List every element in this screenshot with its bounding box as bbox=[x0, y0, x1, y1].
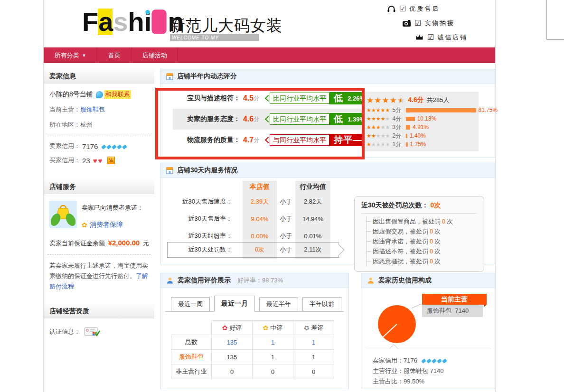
col-header-neutral: 中评 bbox=[253, 320, 293, 335]
row-header-total: 总数 bbox=[171, 335, 212, 350]
field-label: 所在地区： bbox=[49, 121, 80, 129]
contact-me-link[interactable]: 和我联系 bbox=[104, 90, 131, 99]
mini-stars: ★★★★★ bbox=[367, 133, 390, 139]
dist-pct: 81.75% bbox=[479, 107, 498, 113]
tab-last-week[interactable]: 最近一周 bbox=[171, 297, 210, 311]
deposit-unit: 元 bbox=[143, 240, 149, 247]
compare-badge: 比同行业平均水平 低2.26% bbox=[266, 92, 369, 104]
compare-word: 低 bbox=[334, 92, 343, 104]
cell-total-bad[interactable]: 1 bbox=[293, 335, 334, 350]
row-header-category: 服饰鞋包 bbox=[171, 350, 212, 364]
consumer-guarantee-link[interactable]: 消费者保障 bbox=[90, 221, 123, 229]
welcome-banner: WELCOME TO MY SHOPPING...... bbox=[170, 34, 259, 41]
seller-credit-value: 7176 bbox=[82, 142, 98, 150]
id-card-icon[interactable] bbox=[84, 326, 100, 337]
service-label: 近30天售后速度： bbox=[160, 197, 243, 206]
neutral-flower-icon bbox=[263, 324, 269, 332]
nav-home[interactable]: 首页 bbox=[97, 47, 132, 63]
cell-other-neutral: 0 bbox=[253, 364, 293, 379]
review-tabbar: 最近一周 最近一月 最近半年 半年以前 bbox=[165, 296, 344, 312]
diamond-icon bbox=[101, 143, 105, 150]
compare-text: 比同行业平均水平 bbox=[270, 113, 329, 125]
tab-half-year[interactable]: 最近半年 bbox=[259, 297, 298, 311]
col-header-bad: 差评 bbox=[293, 320, 334, 335]
store-rating-page: Fashion 新范儿大码女装 WELCOME TO MY SHOPPING..… bbox=[0, 0, 564, 392]
dsr-row-service: 卖家的服务态度： 4.6 分 比同行业平均水平 低1.39% bbox=[173, 109, 369, 130]
punish-total: 0次 bbox=[431, 201, 441, 209]
diamond-icon bbox=[421, 357, 426, 364]
diamond-icon bbox=[437, 357, 442, 364]
dist-label: 5分 bbox=[392, 106, 404, 114]
review-table: 好评 中评 差评 总数 135 1 1 服饰鞋包 135 1 1 非主营行业 0… bbox=[171, 320, 348, 379]
dist-pct: 1.40% bbox=[410, 132, 426, 139]
main-category-row: 当前主营： 服饰鞋包 bbox=[44, 105, 154, 114]
tab-before-half-year[interactable]: 半年以前 bbox=[302, 297, 341, 311]
dist-pct: 1.75% bbox=[410, 141, 426, 148]
mini-stars: ★★★★★ bbox=[367, 141, 390, 148]
industry-line: 主营行业：服饰鞋包 7140 bbox=[373, 366, 447, 376]
cell-cat-bad: 1 bbox=[293, 350, 334, 364]
panel-title: 店铺半年内动态评分 bbox=[177, 72, 237, 81]
compare-text: 比同行业平均水平 bbox=[270, 93, 329, 104]
panel-title: 店铺30天内服务情况 bbox=[177, 166, 238, 175]
dsr-panel: 店铺半年内动态评分 宝贝与描述相符： 4.5 分 比同行业平均水平 低2.26%… bbox=[160, 69, 495, 158]
dist-row-3: ★★★★★ 3分 4.91% bbox=[367, 123, 474, 131]
shop-name-row: 小陈的8号当铺 和我联系 bbox=[44, 90, 154, 99]
diamond-icon bbox=[122, 143, 126, 150]
cell-total-good[interactable]: 135 bbox=[212, 335, 253, 350]
dist-label: 1分 bbox=[392, 140, 404, 149]
dsr-score: 4.7 bbox=[243, 136, 254, 144]
dsr-unit: 分 bbox=[254, 94, 259, 103]
service-label: 近30天售后率： bbox=[160, 215, 243, 223]
tab-last-month[interactable]: 最近一月 bbox=[214, 296, 255, 312]
mini-stars: ★★★★★ bbox=[367, 107, 390, 113]
dsr-row-logistics: 物流服务的质量： 4.7 分 与同行业平均水平 持平— bbox=[173, 130, 369, 150]
service-promise-block: 卖家已向消费者承诺： 消费者保障 bbox=[44, 194, 154, 229]
credit-history-panel: 卖家历史信用构成 当前主营 服饰鞋包 7140 卖家信用：7176 主营行业：服… bbox=[361, 273, 495, 389]
mini-stars: ★★★★★ bbox=[367, 124, 390, 131]
nav-label: 首页 bbox=[108, 51, 121, 60]
industry-value: 2.11次 bbox=[295, 245, 330, 254]
nav-activity[interactable]: 店铺活动 bbox=[132, 47, 178, 63]
compare-text: 与同行业平均水平 bbox=[270, 134, 329, 146]
section-title: 卖家信息 bbox=[44, 69, 154, 84]
dsr-row-description: 宝贝与描述相符： 4.5 分 比同行业平均水平 低2.26% bbox=[173, 88, 369, 109]
field-label: 当前主营： bbox=[49, 105, 80, 114]
cell-total-neutral[interactable]: 1 bbox=[253, 335, 293, 350]
dsr-label: 宝贝与描述相符： bbox=[173, 94, 240, 103]
region-row: 所在地区： 杭州 bbox=[44, 121, 154, 129]
col-header-industry: 行业均值 bbox=[295, 183, 330, 191]
dsr-unit: 分 bbox=[254, 115, 259, 123]
punish-item: 因描述不符，被处罚0次 bbox=[367, 246, 477, 256]
section-title: 店铺经营资质 bbox=[44, 304, 154, 318]
checkbox-icon bbox=[399, 4, 406, 13]
shop-icon bbox=[166, 73, 173, 80]
dist-bar bbox=[406, 117, 414, 121]
popup-fragment bbox=[546, 0, 564, 40]
service-row: 近30天售后速度： 2.39天 小于 2.82天 bbox=[160, 196, 365, 207]
dsr-rows: 宝贝与描述相符： 4.5 分 比同行业平均水平 低2.26% 卖家的服务态度： … bbox=[173, 88, 369, 150]
callout-connector bbox=[412, 303, 423, 308]
nav-all-categories[interactable]: 所有分类 ▼ bbox=[44, 47, 97, 63]
credit-line: 卖家信用：7176 bbox=[373, 355, 447, 366]
dist-pct: 4.91% bbox=[413, 124, 429, 131]
service-row-punish: 近30天处罚数： 0次 小于 2.11次 bbox=[160, 244, 365, 255]
diamond-icon bbox=[106, 143, 111, 150]
relation: 小于 bbox=[277, 215, 295, 223]
deposit-row: 卖家当前保证金余额 ¥2,000.00 元 bbox=[49, 239, 154, 248]
dist-label: 2分 bbox=[392, 132, 404, 140]
divider bbox=[365, 349, 491, 349]
diamond-icon bbox=[116, 143, 121, 150]
avg-score: 4.6分 bbox=[408, 96, 423, 104]
punish-item: 因违背承诺，被处罚0次 bbox=[367, 236, 477, 246]
deposit-amount: ¥2,000.00 bbox=[108, 239, 140, 247]
big-stars: ★★★★★ bbox=[367, 95, 405, 105]
main-category-link[interactable]: 服饰鞋包 bbox=[80, 105, 105, 114]
row-header-other: 非主营行业 bbox=[171, 364, 212, 379]
col-header-shop: 本店值 bbox=[243, 183, 277, 191]
rating-summary-box: ★★★★★ 4.6分 共285人 ★★★★★ 5分 81.75% ★★★★★ 4… bbox=[362, 92, 479, 151]
wangwang-icon[interactable] bbox=[96, 91, 103, 98]
col-header-good: 好评 bbox=[212, 320, 253, 335]
buyer-credit-row: 买家信用： 23 ½ bbox=[44, 156, 154, 172]
dist-row-5: ★★★★★ 5分 81.75% bbox=[367, 106, 474, 114]
